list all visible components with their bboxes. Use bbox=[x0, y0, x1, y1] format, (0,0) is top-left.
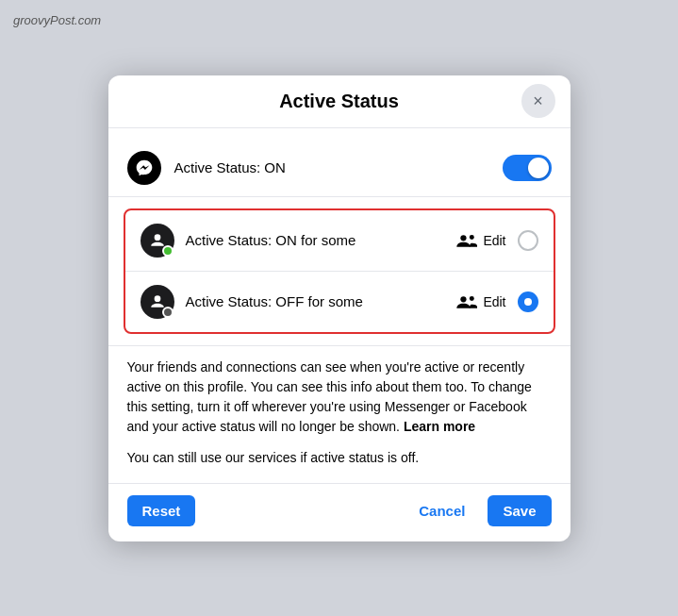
edit-group-on: Edit bbox=[456, 233, 505, 248]
main-toggle-row: Active Status: ON bbox=[108, 140, 571, 197]
description-section: Your friends and connections can see whe… bbox=[108, 345, 571, 483]
svg-point-5 bbox=[470, 295, 474, 300]
description-text: Your friends and connections can see whe… bbox=[127, 358, 552, 437]
radio-button-off-for-some[interactable] bbox=[518, 291, 538, 312]
radio-options-section: Active Status: ON for some Edit bbox=[124, 208, 555, 334]
main-toggle-label: Active Status: ON bbox=[174, 159, 489, 175]
radio-button-on-for-some[interactable] bbox=[518, 230, 538, 251]
reset-button[interactable]: Reset bbox=[127, 495, 196, 526]
svg-point-0 bbox=[154, 234, 160, 241]
svg-point-4 bbox=[461, 296, 467, 302]
messenger-icon bbox=[127, 151, 161, 185]
status-off-icon bbox=[141, 285, 174, 319]
people-icon-on bbox=[456, 233, 477, 248]
svg-point-1 bbox=[461, 235, 467, 241]
close-button[interactable]: × bbox=[521, 84, 555, 118]
status-on-icon bbox=[141, 224, 174, 258]
svg-point-3 bbox=[154, 295, 160, 302]
toggle-thumb bbox=[528, 158, 549, 178]
main-toggle-switch[interactable] bbox=[503, 155, 552, 181]
radio-label-on-for-some: Active Status: ON for some bbox=[186, 232, 446, 248]
radio-row-off-for-some[interactable]: Active Status: OFF for some Edit bbox=[125, 272, 554, 332]
people-icon-off bbox=[456, 294, 477, 309]
modal-footer: Reset Cancel Save bbox=[108, 483, 571, 541]
modal-title: Active Status bbox=[279, 91, 399, 112]
active-dot bbox=[162, 245, 174, 257]
cancel-button[interactable]: Cancel bbox=[415, 495, 469, 526]
radio-label-off-for-some: Active Status: OFF for some bbox=[186, 293, 446, 309]
inactive-dot bbox=[162, 307, 174, 318]
edit-label-off[interactable]: Edit bbox=[483, 294, 505, 309]
svg-point-2 bbox=[470, 234, 474, 239]
edit-group-off: Edit bbox=[456, 294, 505, 309]
learn-more-link[interactable]: Learn more bbox=[404, 419, 475, 434]
radio-row-on-for-some[interactable]: Active Status: ON for some Edit bbox=[125, 210, 554, 272]
active-status-modal: Active Status × Active Status: ON bbox=[108, 75, 571, 541]
still-use-text: You can still use our services if active… bbox=[127, 448, 552, 468]
save-button[interactable]: Save bbox=[488, 495, 551, 526]
modal-body: Active Status: ON bbox=[108, 128, 571, 483]
edit-label-on[interactable]: Edit bbox=[483, 233, 505, 248]
modal-header: Active Status × bbox=[108, 75, 571, 128]
footer-right: Cancel Save bbox=[415, 495, 551, 526]
modal-overlay: Active Status × Active Status: ON bbox=[108, 75, 571, 541]
watermark-text: groovyPost.com bbox=[13, 13, 101, 27]
